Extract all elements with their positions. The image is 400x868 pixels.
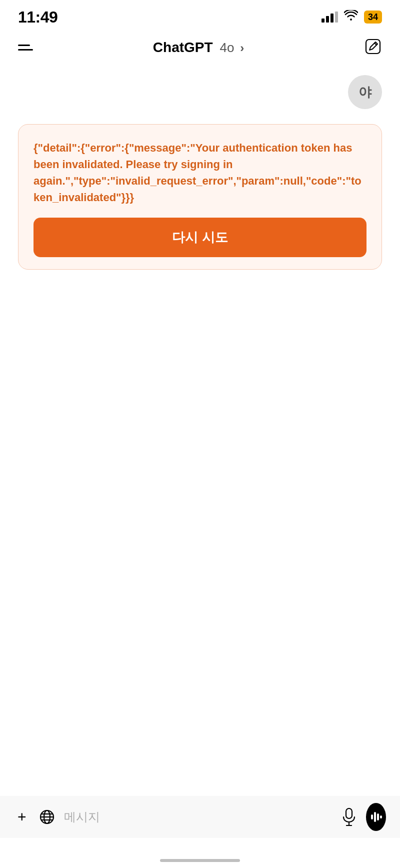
nav-bar: ChatGPT 4o › — [0, 30, 400, 65]
svg-rect-12 — [380, 815, 382, 818]
add-attachment-button[interactable]: + — [14, 806, 30, 828]
voice-mode-button[interactable] — [366, 803, 386, 831]
menu-icon[interactable] — [18, 45, 33, 51]
error-card: {"detail":{"error":{"message":"Your auth… — [18, 124, 382, 270]
edit-icon[interactable] — [364, 38, 382, 58]
error-message: {"detail":{"error":{"message":"Your auth… — [34, 140, 366, 206]
retry-button[interactable]: 다시 시도 — [34, 218, 366, 257]
svg-rect-6 — [346, 808, 352, 818]
home-indicator — [160, 859, 240, 862]
status-bar: 11:49 34 — [0, 0, 400, 30]
nav-title[interactable]: ChatGPT 4o › — [153, 40, 244, 56]
svg-rect-10 — [374, 812, 376, 822]
main-content: {"detail":{"error":{"message":"Your auth… — [0, 114, 400, 280]
avatar: 야 — [348, 75, 382, 109]
battery-icon: 34 — [364, 11, 382, 24]
signal-icon — [322, 12, 338, 23]
input-bar: + — [0, 796, 400, 838]
avatar-area: 야 — [0, 65, 400, 114]
language-button[interactable] — [39, 806, 55, 828]
status-icons: 34 — [322, 10, 382, 24]
svg-rect-11 — [377, 813, 379, 820]
battery-level: 34 — [368, 12, 378, 23]
svg-rect-9 — [371, 814, 373, 819]
message-input[interactable] — [64, 810, 332, 824]
wifi-icon — [344, 10, 358, 24]
microphone-button[interactable] — [341, 806, 357, 828]
status-time: 11:49 — [18, 8, 58, 27]
svg-rect-0 — [366, 40, 380, 54]
